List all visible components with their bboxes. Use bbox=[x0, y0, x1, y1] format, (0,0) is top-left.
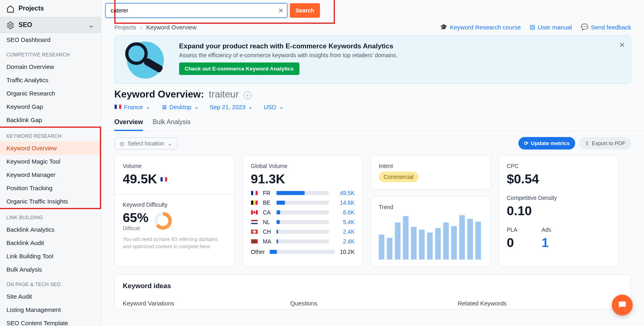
comment-icon: 💬 bbox=[581, 23, 588, 31]
cpc-label: CPC bbox=[507, 163, 611, 169]
refresh-icon: ⟳ bbox=[524, 140, 528, 146]
sidebar-item-position-tracking[interactable]: Position Tracking bbox=[0, 181, 100, 195]
trend-chart bbox=[379, 214, 483, 260]
gv-country: NL bbox=[263, 219, 273, 225]
sidebar-item-keyword-manager[interactable]: Keyword Manager bbox=[0, 168, 100, 181]
pin-icon: ◎ bbox=[120, 140, 124, 147]
flag-icon bbox=[251, 239, 258, 244]
home-icon bbox=[6, 5, 14, 12]
sidebar-item-backlink-audit[interactable]: Backlink Audit bbox=[0, 236, 101, 249]
search-input[interactable] bbox=[105, 3, 287, 18]
keyword-ideas-title: Keyword ideas bbox=[123, 282, 623, 290]
gv-row: CA 6.6K bbox=[251, 209, 355, 216]
sidebar-heading-competitive: COMPETITIVE RESEARCH bbox=[0, 46, 101, 60]
filter-date[interactable]: Sep 21, 2023⌄ bbox=[210, 103, 253, 110]
gv-country: CH bbox=[263, 228, 273, 235]
trend-bar bbox=[451, 226, 457, 260]
filter-currency[interactable]: USD⌄ bbox=[264, 103, 284, 110]
volume-value: 49.5K bbox=[123, 172, 157, 187]
sidebar-item-keyword-overview[interactable]: Keyword Overview bbox=[0, 141, 100, 155]
filter-country[interactable]: France⌄ bbox=[114, 103, 151, 110]
sidebar-item-seo-content-template[interactable]: SEO Content Template bbox=[0, 316, 101, 326]
cap-icon: 🎓 bbox=[440, 23, 448, 31]
export-pdf-button[interactable]: ⇪Export to PDF bbox=[579, 137, 631, 150]
link-user-manual-label: User manual bbox=[538, 24, 572, 31]
gear-icon bbox=[6, 21, 14, 29]
global-volume-value: 91.3K bbox=[251, 172, 355, 187]
sidebar-item-bulk-analysis[interactable]: Bulk Analysis bbox=[0, 263, 101, 276]
sidebar-item-backlink-analytics[interactable]: Backlink Analytics bbox=[0, 223, 101, 236]
sidebar-item-backlink-gap[interactable]: Backlink Gap bbox=[0, 113, 101, 127]
page-keyword: traiteur bbox=[209, 89, 239, 100]
page-title: Keyword Overview: bbox=[114, 89, 204, 100]
chevron-down-icon: ⌄ bbox=[194, 103, 199, 110]
tab-overview[interactable]: Overview bbox=[114, 114, 143, 131]
link-user-manual[interactable]: ▤User manual bbox=[530, 23, 572, 31]
gv-country: MA bbox=[263, 238, 273, 245]
close-icon[interactable]: ✕ bbox=[619, 41, 625, 50]
gv-bar bbox=[277, 201, 329, 205]
promo-illustration bbox=[122, 42, 170, 77]
sidebar-projects[interactable]: Projects bbox=[0, 0, 101, 17]
ads-value[interactable]: 1 bbox=[541, 235, 551, 250]
search-button[interactable]: Search bbox=[290, 3, 320, 18]
book-icon: ▤ bbox=[530, 23, 535, 31]
promo-cta-button[interactable]: Check out E-commerce Keyword Analytics bbox=[179, 62, 299, 75]
promo-body: Assess the efficiency of e-commerce keyw… bbox=[179, 52, 398, 58]
sidebar-item-traffic-analytics[interactable]: Traffic Analytics bbox=[0, 73, 101, 87]
location-placeholder: Select location bbox=[128, 140, 164, 147]
trend-bar bbox=[379, 235, 384, 260]
flag-icon bbox=[251, 229, 258, 234]
chevron-down-icon: ⌄ bbox=[167, 140, 172, 147]
gv-row: MA 2.4K bbox=[251, 238, 355, 245]
chevron-right-icon: › bbox=[140, 24, 142, 31]
tab-bulk-analysis[interactable]: Bulk Analysis bbox=[153, 114, 190, 131]
card-trend: Trend bbox=[370, 196, 491, 267]
chevron-down-icon: ⌄ bbox=[145, 103, 151, 110]
main: ✕ Search Projects › Keyword Overview 🎓Ke… bbox=[101, 0, 644, 326]
flag-icon bbox=[251, 220, 258, 224]
sidebar-item-listing-management[interactable]: Listing Management bbox=[0, 303, 101, 316]
gv-other-label: Other bbox=[251, 249, 265, 255]
update-metrics-label: Update metrics bbox=[531, 140, 570, 146]
chevron-down-icon: ⌄ bbox=[248, 103, 253, 110]
flag-icon bbox=[251, 200, 258, 205]
export-icon: ⇪ bbox=[585, 140, 589, 146]
sidebar-item-link-building-tool[interactable]: Link Building Tool bbox=[0, 249, 101, 263]
update-metrics-button[interactable]: ⟳Update metrics bbox=[518, 137, 575, 150]
flag-fr-icon bbox=[114, 104, 122, 109]
ideas-col-variations[interactable]: Keyword Variations bbox=[123, 300, 288, 307]
ads-label: Ads bbox=[541, 226, 551, 233]
location-select[interactable]: ◎ Select location ⌄ bbox=[114, 137, 178, 150]
gv-row: NL 5.4K bbox=[251, 219, 355, 225]
gv-bar bbox=[277, 230, 329, 234]
svg-point-0 bbox=[10, 25, 12, 27]
trend-bar bbox=[411, 227, 417, 260]
sidebar-seo[interactable]: SEO ⌄ bbox=[0, 17, 101, 33]
add-keyword-button[interactable]: + bbox=[244, 91, 252, 100]
sidebar-item-keyword-magic-tool[interactable]: Keyword Magic Tool bbox=[0, 155, 100, 168]
sidebar-item-seo-dashboard[interactable]: SEO Dashboard bbox=[0, 33, 101, 46]
gv-country: CA bbox=[263, 209, 273, 216]
sidebar-item-organic-traffic-insights[interactable]: Organic Traffic Insights bbox=[0, 195, 100, 208]
export-pdf-label: Export to PDF bbox=[592, 140, 625, 146]
filter-device[interactable]: 🖥Desktop⌄ bbox=[161, 103, 199, 110]
link-keyword-course[interactable]: 🎓Keyword Research course bbox=[440, 23, 521, 31]
top-links: 🎓Keyword Research course ▤User manual 💬S… bbox=[440, 23, 631, 31]
link-send-feedback[interactable]: 💬Send feedback bbox=[581, 23, 631, 31]
ideas-col-questions[interactable]: Questions bbox=[290, 300, 455, 307]
volume-label: Volume bbox=[123, 163, 227, 169]
clear-icon[interactable]: ✕ bbox=[278, 7, 283, 15]
sidebar-seo-label: SEO bbox=[19, 21, 32, 29]
intent-badge: Commercial bbox=[379, 172, 419, 182]
breadcrumb-root[interactable]: Projects bbox=[114, 24, 136, 31]
sidebar-item-site-audit[interactable]: Site Audit bbox=[0, 290, 101, 303]
sidebar-item-domain-overview[interactable]: Domain Overview bbox=[0, 60, 101, 73]
sidebar-item-organic-research[interactable]: Organic Research bbox=[0, 87, 101, 100]
ideas-col-related[interactable]: Related Keywords bbox=[458, 300, 623, 307]
gv-bar bbox=[277, 191, 329, 195]
cd-label: Competitive Density bbox=[507, 195, 611, 201]
chat-fab[interactable] bbox=[612, 295, 633, 316]
sidebar-item-keyword-gap[interactable]: Keyword Gap bbox=[0, 100, 101, 113]
sidebar-heading-onpage: ON PAGE & TECH SEO bbox=[0, 276, 101, 290]
